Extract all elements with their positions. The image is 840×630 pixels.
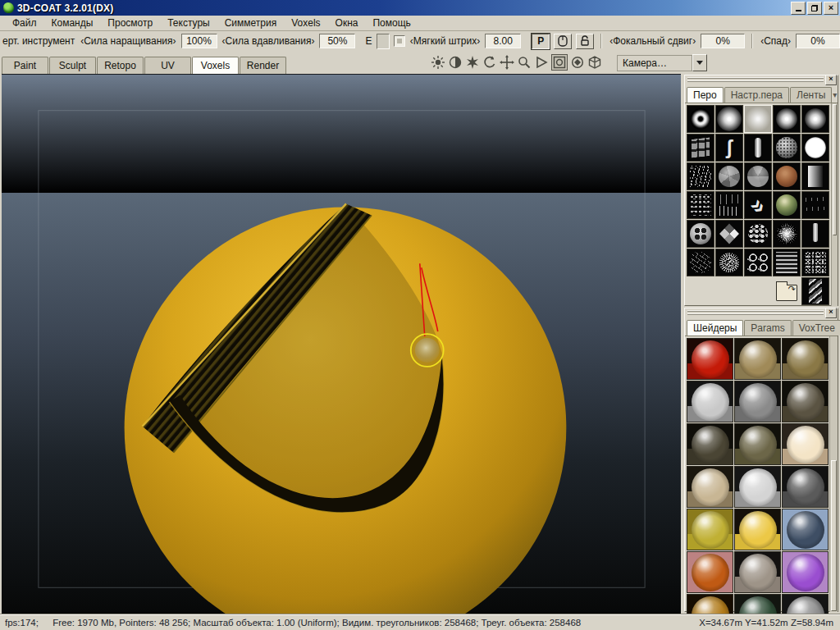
pen-panel-close-button[interactable]: × [825,75,837,85]
tab-retopo[interactable]: Retopo [97,57,144,74]
brush-soft-round-2[interactable] [801,105,829,133]
menu-Помощь[interactable]: Помощь [365,16,418,30]
lock-button[interactable] [576,34,594,49]
shader-panel-close-button[interactable]: × [825,308,837,318]
pen-menu-icon[interactable]: ▾ [833,90,837,99]
brush-starburst[interactable] [773,220,801,248]
soft-stroke-label[interactable]: ‹Мягкий штрих› [409,35,481,47]
arrow-icon[interactable] [534,55,549,70]
menu-Файл[interactable]: Файл [5,16,44,30]
menu-Команды[interactable]: Команды [44,16,101,30]
minimize-button[interactable] [791,2,806,15]
falloff-value[interactable]: 0% [796,34,840,48]
pen-tab-ленты[interactable]: Ленты [790,87,832,103]
shader-gray[interactable] [734,381,781,422]
brush-worms[interactable] [744,220,772,248]
brush-soft-gradient[interactable] [744,105,772,133]
press-strength-label[interactable]: ‹Сила вдавливания› [221,35,316,47]
brush-bullet[interactable] [801,220,829,248]
mouse-button[interactable] [554,34,572,49]
shader-dark-gray[interactable] [782,466,829,508]
shader-purple-glass[interactable] [782,551,829,593]
brush-spray-dots[interactable] [687,191,714,219]
brush-button-holes[interactable] [687,220,714,248]
pen-tab-настр.пера[interactable]: Настр.пера [724,87,789,103]
shader-taupe[interactable] [734,551,781,593]
panel-grip[interactable] [687,310,824,316]
menu-Симметрия[interactable]: Симметрия [217,16,285,30]
build-strength-value[interactable]: 100% [181,34,217,48]
brush-streaks[interactable] [715,191,743,219]
panel-grip[interactable] [687,77,824,83]
brush-chevrons[interactable]: » [744,191,772,219]
soft-stroke-value[interactable]: 8.00 [485,34,521,48]
brush-speckled-ball[interactable] [773,134,801,162]
shader-bronze-drip[interactable] [782,338,829,380]
close-button[interactable]: × [824,2,838,15]
shader-dark-rock[interactable] [782,381,829,422]
shader-steel-blue[interactable] [782,509,829,550]
shader-moss-stone[interactable] [734,423,781,465]
contrast-icon[interactable] [448,55,463,70]
brush-rust-disc[interactable] [773,162,801,190]
menu-Окна[interactable]: Окна [328,16,366,30]
camera-dropdown[interactable]: Камера… [617,55,692,71]
brush-soft-round[interactable] [773,105,801,133]
brush-bricks[interactable] [687,134,714,162]
brush-white-disc[interactable] [801,134,829,162]
soft-stroke-checkbox[interactable] [394,35,405,47]
brush-moss-ball[interactable] [773,191,801,219]
brush-ring[interactable] [687,105,714,133]
shader-ivory-crack[interactable] [687,466,733,508]
brush-wisps[interactable] [801,191,829,219]
frame-icon[interactable] [551,54,568,71]
brush-noise[interactable] [801,249,829,276]
pan-icon[interactable] [500,55,514,70]
menu-Voxels[interactable]: Voxels [284,16,327,30]
shader-yellow-gold[interactable] [734,509,781,550]
tab-render[interactable]: Render [240,57,286,74]
brush-diamond[interactable] [715,220,743,248]
cube-icon[interactable] [587,55,602,70]
shader-marble[interactable] [734,466,781,508]
shader-silver[interactable] [687,381,733,422]
clipped-control[interactable] [377,34,390,49]
brush-scratches[interactable] [687,162,714,190]
specular-icon[interactable] [465,55,480,70]
pressure-button[interactable]: P [532,34,550,49]
pen-panel-scrollbar[interactable] [831,103,838,306]
shader-red-lava[interactable] [687,338,733,380]
brush-screw-thread[interactable] [801,277,829,305]
menu-Текстуры[interactable]: Текстуры [160,16,217,30]
shader-olive-glass[interactable] [687,509,733,550]
tab-voxels[interactable]: Voxels [192,57,239,74]
rotate-icon[interactable] [482,55,497,70]
brush-faceted-ball[interactable] [715,162,743,190]
import-brush-button[interactable] [773,277,801,305]
focal-shift-value[interactable]: 0% [701,34,745,48]
brush-chain-rings[interactable] [744,249,772,276]
press-strength-value[interactable]: 50% [319,34,355,48]
build-strength-label[interactable]: ‹Сила наращивания› [80,35,176,47]
pivot-icon[interactable] [570,55,585,70]
pen-tab-перо[interactable]: Перо [687,87,724,103]
brightness-icon[interactable] [431,55,445,70]
shader-tab-params[interactable]: Params [744,320,791,336]
menu-Просмотр[interactable]: Просмотр [100,16,160,30]
falloff-label[interactable]: ‹Спад› [760,35,792,47]
shader-rocky-moss[interactable] [687,423,733,465]
focal-shift-label[interactable]: ‹Фокальный сдвиг› [609,35,696,47]
shader-cream[interactable] [782,423,829,465]
brush-squiggle[interactable]: ʃ [715,134,743,162]
brush-weave[interactable] [773,249,801,276]
shader-tab-шейдеры[interactable]: Шейдеры [687,320,743,336]
zoom-icon[interactable] [517,55,532,70]
brush-faceted-ball-2[interactable] [744,162,772,190]
shader-tab-voxtree[interactable]: VoxTree [792,320,840,336]
restore-button[interactable] [807,2,822,15]
shader-gold-drip[interactable] [734,338,781,380]
brush-scribble-ball[interactable] [715,249,743,276]
shader-copper[interactable] [687,551,733,593]
brush-soft-round-large[interactable] [715,105,743,133]
brush-scribble-beast[interactable] [687,249,714,276]
